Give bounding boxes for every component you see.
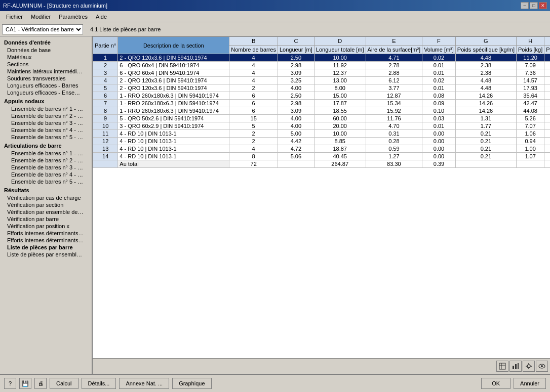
cell-longueur: 2.98: [278, 62, 314, 69]
table-row[interactable]: 7 1 - RRO 260x180x6.3 | DIN 59410:1974 6…: [93, 100, 551, 107]
toolbar: CA1 - Vérification des barres en ... 4.1…: [0, 22, 550, 36]
cell-aire: 6.12: [366, 77, 422, 84]
table-row[interactable]: 13 4 - RD 10 | DIN 1013-1 4 4.72 18.87 0…: [93, 145, 551, 153]
table-row[interactable]: 1 2 - QRO 120x3.6 | DIN 59410:1974 4 2.5…: [93, 54, 551, 62]
sidebar-item-efforts-2[interactable]: Efforts internes déterminants p...: [0, 237, 92, 244]
close-button[interactable]: ✕: [539, 2, 547, 9]
sidebar-section-resultats: Résultats: [0, 186, 92, 194]
sidebar-item-maintiens[interactable]: Maintiens latéraux intermédiair...: [0, 68, 92, 75]
sidebar-item-artic-2[interactable]: Ensemble de barres n° 2 - U...: [0, 157, 92, 164]
menu-parametres[interactable]: Paramètres: [55, 13, 92, 21]
cell-longueur: 3.25: [278, 77, 314, 84]
menu-aide[interactable]: Aide: [92, 13, 111, 21]
th-poids-total: Poids total [t]: [544, 46, 550, 54]
cell-volume: 0.01: [422, 62, 456, 69]
window-controls[interactable]: – □ ✕: [521, 2, 547, 9]
th-poids-spec: Poids spécifique [kg/m]: [455, 46, 516, 54]
cell-poids-total: 0.045: [544, 54, 550, 62]
sidebar-item-artic-4[interactable]: Ensemble de barres n° 4 - U...: [0, 171, 92, 178]
menu-fichier[interactable]: Fichier: [2, 13, 27, 21]
table-row[interactable]: 2 6 - QRO 60x4 | DIN 59410:1974 4 2.98 1…: [93, 62, 551, 69]
cell-longueur-tot: 40.45: [314, 153, 366, 160]
table-row[interactable]: 11 4 - RD 10 | DIN 1013-1 2 5.00 10.00 0…: [93, 130, 551, 138]
table-row[interactable]: 6 1 - RRO 260x180x6.3 | DIN 59410:1974 6…: [93, 92, 551, 100]
title-bar: RF-ALUMINUM - [Structure en aluminium] –…: [0, 0, 550, 11]
total-label: [93, 160, 118, 168]
table-row[interactable]: 8 1 - RRO 260x180x6.3 | DIN 59410:1974 6…: [93, 107, 551, 115]
annexe-button[interactable]: Annexe Nat. ...: [119, 378, 169, 389]
sidebar-item-soudures[interactable]: Soudures transversales: [0, 75, 92, 82]
sidebar-item-verif-position[interactable]: Vérification par position x: [0, 223, 92, 230]
th-poids: Poids [kg]: [516, 46, 544, 54]
cell-poids-spec: 14.26: [455, 92, 516, 100]
chart-btn[interactable]: [509, 361, 522, 372]
sidebar-item-artic-1[interactable]: Ensemble de barres n° 1 - R...: [0, 150, 92, 157]
sidebar-item-liste-barres[interactable]: Liste de pièces par barre: [0, 244, 92, 251]
menu-modifier[interactable]: Modifier: [27, 13, 55, 21]
print-icon-btn[interactable]: 🖨: [34, 378, 47, 389]
cell-nombre: 4: [229, 54, 278, 62]
cell-poids-spec: 4.48: [455, 54, 516, 62]
table-row[interactable]: 5 2 - QRO 120x3.6 | DIN 59410:1974 2 4.0…: [93, 84, 551, 92]
cell-poids: 5.26: [516, 115, 544, 122]
sidebar-item-longueurs-barres[interactable]: Longueurs efficaces - Barres: [0, 82, 92, 89]
sidebar-item-materiaux[interactable]: Matériaux: [0, 54, 92, 61]
app-title: RF-ALUMINUM - [Structure en aluminium]: [3, 3, 107, 9]
sidebar-item-longueurs-ensemble[interactable]: Longueurs efficaces - Ensemble...: [0, 89, 92, 96]
sidebar-item-liste-ensemble[interactable]: Liste de pièces par ensemble d...: [0, 251, 92, 258]
sidebar-item-donnees-base[interactable]: Données de base: [0, 47, 92, 54]
annuler-button[interactable]: Annuler: [514, 378, 546, 389]
content-title: 4.1 Liste de pièces par barre: [90, 26, 161, 32]
table-row[interactable]: 12 4 - RD 10 | DIN 1013-1 2 4.42 8.85 0.…: [93, 138, 551, 145]
cell-description: 4 - RD 10 | DIN 1013-1: [118, 153, 229, 160]
ca-selector[interactable]: CA1 - Vérification des barres en ...: [2, 24, 83, 34]
sidebar-item-appuis-3[interactable]: Ensemble de barres n° 3 - U...: [0, 119, 92, 126]
total-poids-total: 1.061: [544, 160, 550, 168]
cell-nombre: 6: [229, 92, 278, 100]
graphique-button[interactable]: Graphique: [172, 378, 211, 389]
sidebar-item-appuis-4[interactable]: Ensemble de barres n° 4 - U...: [0, 126, 92, 134]
cell-poids: 42.47: [516, 100, 544, 107]
table-row[interactable]: 14 4 - RD 10 | DIN 1013-1 8 5.06 40.45 1…: [93, 153, 551, 160]
sidebar-item-sections[interactable]: Sections: [0, 61, 92, 68]
th-longueur-totale: Longueur totale [m]: [314, 46, 366, 54]
cell-nombre: 5: [229, 122, 278, 130]
cell-aire: 0.28: [366, 138, 422, 145]
settings-btn[interactable]: [523, 361, 535, 372]
sidebar-item-efforts-1[interactable]: Efforts internes déterminants p...: [0, 230, 92, 237]
sidebar-item-verif-cas[interactable]: Vérification par cas de charge: [0, 194, 92, 201]
export-table-btn[interactable]: [496, 361, 508, 372]
calcul-button[interactable]: Calcul: [50, 378, 78, 389]
cell-longueur-tot: 60.00: [314, 115, 366, 122]
table-row[interactable]: 10 3 - QRO 60x2.9 | DIN 59410:1974 5 4.0…: [93, 122, 551, 130]
sidebar-item-verif-barre[interactable]: Vérification par barre: [0, 215, 92, 223]
table-row[interactable]: 4 2 - QRO 120x3.6 | DIN 59410:1974 4 3.2…: [93, 77, 551, 84]
eye-btn[interactable]: [536, 361, 548, 372]
cell-longueur-tot: 17.87: [314, 100, 366, 107]
table-row[interactable]: 3 6 - QRO 60x4 | DIN 59410:1974 4 3.09 1…: [93, 69, 551, 77]
maximize-button[interactable]: □: [530, 2, 538, 9]
cell-poids-total: 0.035: [544, 122, 550, 130]
sidebar-item-verif-ensemble[interactable]: Vérification par ensemble de ba...: [0, 208, 92, 215]
sidebar-item-artic-3[interactable]: Ensemble de barres n° 3 - U...: [0, 164, 92, 171]
details-button[interactable]: Détails...: [82, 378, 116, 389]
table-area: Partie n° Description de la section B C …: [93, 36, 550, 374]
save-icon-btn[interactable]: 💾: [19, 378, 31, 389]
total-desc: Au total: [118, 160, 229, 168]
sidebar-item-verif-section[interactable]: Vérification par section: [0, 201, 92, 208]
sidebar-item-appuis-2[interactable]: Ensemble de barres n° 2 - U...: [0, 112, 92, 119]
cell-longueur: 4.72: [278, 145, 314, 153]
cell-longueur: 4.00: [278, 84, 314, 92]
cell-description: 4 - RD 10 | DIN 1013-1: [118, 145, 229, 153]
help-icon-btn[interactable]: ?: [4, 378, 16, 389]
svg-rect-3: [513, 366, 514, 369]
cell-aire: 11.76: [366, 115, 422, 122]
ok-button[interactable]: OK: [481, 378, 510, 389]
sidebar-item-artic-5[interactable]: Ensemble de barres n° 5 - U...: [0, 178, 92, 185]
cell-poids-spec: 2.38: [455, 69, 516, 77]
sidebar-item-appuis-5[interactable]: Ensemble de barres n° 5 - U...: [0, 134, 92, 141]
sidebar-item-appuis-1[interactable]: Ensemble de barres n° 1 - R...: [0, 105, 92, 112]
table-row[interactable]: 9 5 - QRO 50x2.6 | DIN 59410:1974 15 4.0…: [93, 115, 551, 122]
th-nombre-barres: Nombre de barres: [229, 46, 278, 54]
minimize-button[interactable]: –: [521, 2, 529, 9]
